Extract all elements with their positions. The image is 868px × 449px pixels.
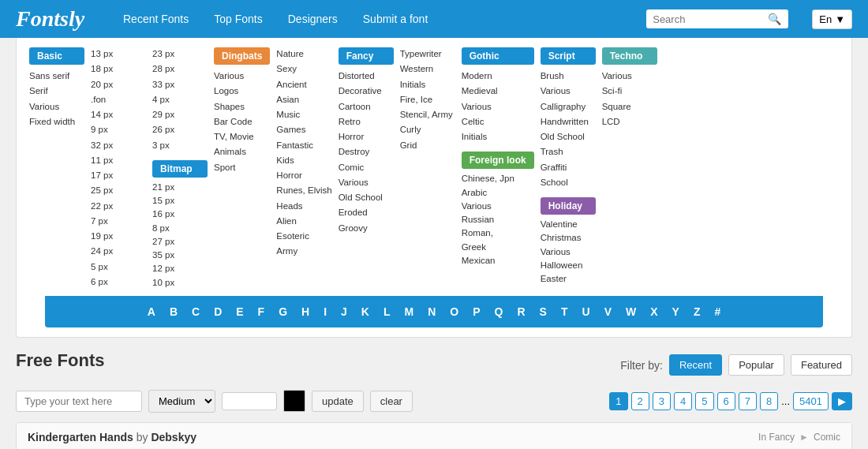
basic-type-serif[interactable]: Serif (29, 84, 84, 98)
fancy-decorative[interactable]: Decorative (339, 84, 394, 98)
bitmap-12[interactable]: 12 px (152, 262, 208, 275)
gothic-modern[interactable]: Modern (462, 69, 534, 83)
script-calligraphy[interactable]: Calligraphy (541, 100, 596, 114)
dingbats-shapes[interactable]: Shapes (214, 100, 270, 114)
dingbats-tvmovie[interactable]: TV, Movie (214, 130, 270, 144)
gothic-initials[interactable]: Initials (462, 130, 534, 144)
filter-featured-btn[interactable]: Featured (791, 354, 852, 376)
size-7[interactable]: 7 px (91, 215, 146, 228)
alpha-K[interactable]: K (358, 304, 372, 320)
dingbats-category-btn[interactable]: Dingbats (214, 47, 270, 65)
basic-category-btn[interactable]: Basic (29, 47, 84, 65)
preview-text-input[interactable] (16, 391, 142, 412)
alpha-J[interactable]: J (338, 304, 350, 320)
theme-sexy[interactable]: Sexy (276, 62, 331, 76)
gothic-category-btn[interactable]: Gothic (462, 47, 534, 65)
size-24[interactable]: 24 px (91, 245, 146, 258)
foreign-roman[interactable]: Roman, (462, 226, 534, 240)
nav-submit-font[interactable]: Submit a font (358, 9, 433, 28)
size-9[interactable]: 9 px (91, 123, 146, 137)
holiday-halloween[interactable]: Halloween (541, 259, 596, 272)
filter-popular-btn[interactable]: Popular (728, 354, 784, 376)
theme-nature[interactable]: Nature (276, 47, 331, 61)
tw-stencil[interactable]: Stencil, Army (400, 108, 455, 122)
alpha-A[interactable]: A (144, 304, 159, 320)
alpha-P[interactable]: P (470, 304, 483, 320)
size-20[interactable]: 20 px (91, 78, 146, 92)
theme-kids[interactable]: Kids (276, 154, 331, 167)
fancy-category-btn[interactable]: Fancy (339, 47, 394, 65)
page-next-btn[interactable]: ▶ (832, 392, 852, 410)
gothic-various[interactable]: Various (462, 100, 534, 114)
size-4[interactable]: 4 px (152, 93, 208, 107)
page-5-btn[interactable]: 5 (695, 392, 713, 410)
foreign-various[interactable]: Various (462, 200, 534, 213)
techno-category-btn[interactable]: Techno (602, 47, 657, 65)
tw-western[interactable]: Western (400, 62, 455, 76)
foreign-arabic[interactable]: Arabic (462, 186, 534, 200)
theme-runes[interactable]: Runes, Elvish (276, 184, 331, 197)
bitmap-8[interactable]: 8 px (152, 222, 208, 235)
font-author-text[interactable]: Debskyy (151, 431, 196, 443)
bitmap-10[interactable]: 10 px (152, 276, 208, 290)
holiday-valentine[interactable]: Valentine (541, 218, 596, 231)
alpha-L[interactable]: L (380, 304, 394, 320)
size-5[interactable]: 5 px (91, 260, 146, 274)
theme-heads[interactable]: Heads (276, 200, 331, 213)
holiday-category-btn[interactable]: Holiday (541, 197, 596, 215)
fancy-destroy[interactable]: Destroy (339, 145, 394, 159)
alpha-W[interactable]: W (623, 304, 639, 320)
size-29[interactable]: 29 px (152, 108, 208, 122)
theme-horror[interactable]: Horror (276, 169, 331, 182)
bitmap-category-btn[interactable]: Bitmap (152, 160, 208, 178)
logo[interactable]: Fontsly (16, 6, 95, 32)
holiday-various[interactable]: Various (541, 245, 596, 259)
page-4-btn[interactable]: 4 (674, 392, 692, 410)
size-17[interactable]: 17 px (91, 169, 146, 182)
size-25[interactable]: 25 px (91, 184, 146, 197)
search-icon[interactable]: 🔍 (768, 13, 781, 25)
alpha-S[interactable]: S (537, 304, 550, 320)
page-6-btn[interactable]: 6 (717, 392, 735, 410)
script-graffiti[interactable]: Graffiti (541, 161, 596, 174)
foreign-mexican[interactable]: Mexican (462, 254, 534, 268)
page-7-btn[interactable]: 7 (739, 392, 757, 410)
size-26[interactable]: 26 px (152, 123, 208, 137)
alpha-hash[interactable]: # (711, 304, 724, 320)
theme-games[interactable]: Games (276, 123, 331, 137)
bitmap-27[interactable]: 27 px (152, 235, 208, 249)
basic-type-fixed[interactable]: Fixed width (29, 115, 84, 129)
fancy-oldschool[interactable]: Old School (339, 191, 394, 204)
script-school[interactable]: School (541, 176, 596, 189)
tw-curly[interactable]: Curly (400, 123, 455, 137)
techno-lcd[interactable]: LCD (602, 115, 657, 129)
size-23[interactable]: 23 px (152, 47, 208, 61)
size-6[interactable]: 6 px (91, 275, 146, 289)
clear-button[interactable]: clear (370, 391, 413, 412)
alpha-N[interactable]: N (425, 304, 439, 320)
color-swatch[interactable] (283, 390, 305, 412)
page-3-btn[interactable]: 3 (653, 392, 671, 410)
alpha-E[interactable]: E (233, 304, 246, 320)
theme-alien[interactable]: Alien (276, 215, 331, 228)
alpha-X[interactable]: X (647, 304, 660, 320)
theme-asian[interactable]: Asian (276, 93, 331, 107)
size-18[interactable]: 18 px (91, 62, 146, 76)
bitmap-15[interactable]: 15 px (152, 194, 208, 208)
dingbats-sport[interactable]: Sport (214, 161, 270, 174)
fancy-retro[interactable]: Retro (339, 115, 394, 129)
fancy-groovy[interactable]: Groovy (339, 222, 394, 235)
techno-square[interactable]: Square (602, 100, 657, 114)
fancy-horror[interactable]: Horror (339, 130, 394, 144)
tw-typewriter[interactable]: Typewriter (400, 47, 455, 61)
theme-fantastic[interactable]: Fantastic (276, 139, 331, 152)
script-oldschool[interactable]: Old School (541, 130, 596, 144)
script-brush[interactable]: Brush (541, 69, 596, 83)
holiday-christmas[interactable]: Christmas (541, 231, 596, 245)
foreign-category-btn[interactable]: Foreign look (462, 152, 534, 169)
fancy-eroded[interactable]: Eroded (339, 206, 394, 219)
update-button[interactable]: update (312, 391, 364, 412)
dingbats-animals[interactable]: Animals (214, 145, 270, 159)
nav-top-fonts[interactable]: Top Fonts (209, 9, 267, 28)
alpha-Y[interactable]: Y (669, 304, 683, 320)
